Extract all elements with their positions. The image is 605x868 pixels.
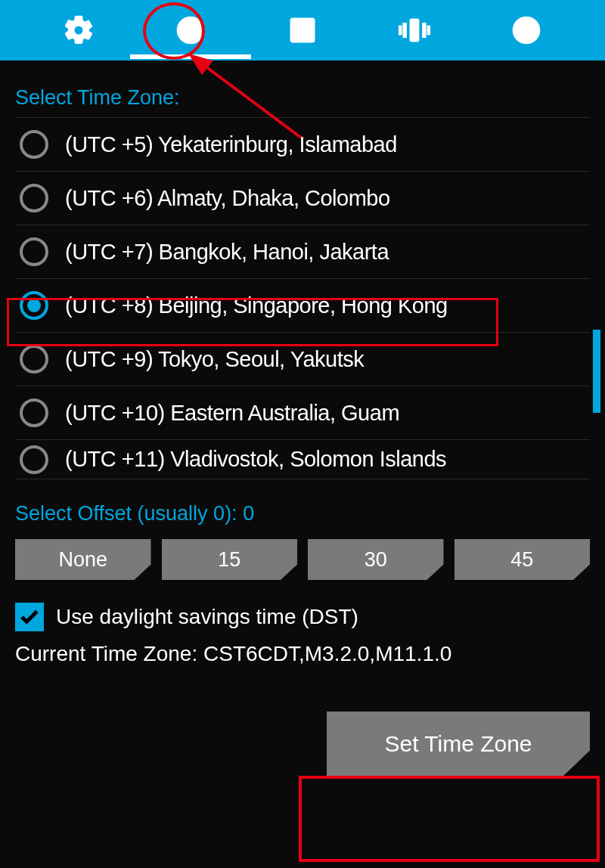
checkmark-icon (18, 606, 41, 628)
timezone-option[interactable]: (UTC +10) Eastern Australia, Guam (15, 386, 590, 440)
select-timezone-label: Select Time Zone: (15, 60, 590, 118)
timezone-label: (UTC +9) Tokyo, Seoul, Yakutsk (65, 347, 364, 372)
content-area: Select Time Zone: (UTC +5) Yekaterinburg… (0, 60, 605, 868)
offset-15-button[interactable]: 15 (162, 539, 298, 580)
timezone-list[interactable]: (UTC +5) Yekaterinburg, Islamabad (UTC +… (15, 118, 590, 479)
svg-rect-3 (403, 23, 406, 37)
timezone-label: (UTC +6) Almaty, Dhaka, Colombo (65, 186, 390, 211)
radio-selected-icon (20, 291, 48, 320)
tab-display[interactable] (280, 4, 325, 57)
gear-icon (62, 14, 95, 47)
brightness-icon (286, 14, 319, 47)
dst-checkbox[interactable] (15, 603, 44, 631)
offset-none-button[interactable]: None (15, 539, 151, 580)
timezone-label: (UTC +11) Vladivostok, Solomon Islands (65, 447, 446, 472)
radio-icon (20, 398, 48, 427)
timezone-option[interactable]: (UTC +9) Tokyo, Seoul, Yakutsk (15, 333, 590, 386)
svg-rect-6 (427, 26, 430, 35)
scrollbar[interactable] (593, 330, 600, 413)
timezone-label: (UTC +5) Yekaterinburg, Islamabad (65, 132, 397, 157)
timezone-label: (UTC +8) Beijing, Singapore, Hong Kong (65, 293, 448, 318)
timezone-option[interactable]: (UTC +11) Vladivostok, Solomon Islands (15, 440, 590, 479)
globe-icon (510, 14, 543, 47)
timezone-option-selected[interactable]: (UTC +8) Beijing, Singapore, Hong Kong (15, 279, 590, 333)
tab-vibration[interactable] (392, 4, 437, 57)
timezone-label: (UTC +10) Eastern Australia, Guam (65, 401, 399, 426)
tab-network[interactable] (504, 4, 549, 57)
timezone-option[interactable]: (UTC +5) Yekaterinburg, Islamabad (15, 118, 590, 172)
svg-rect-5 (399, 26, 402, 35)
clock-icon (174, 14, 207, 47)
svg-rect-4 (423, 23, 426, 37)
current-timezone: Current Time Zone: CST6CDT,M3.2.0,M11.1.… (15, 642, 590, 711)
radio-icon (20, 184, 48, 212)
offset-buttons: None 15 30 45 (15, 539, 590, 580)
radio-icon (20, 445, 48, 474)
svg-rect-2 (411, 19, 419, 41)
dst-label: Use daylight savings time (DST) (56, 605, 358, 629)
radio-icon (20, 237, 48, 266)
tab-time[interactable] (168, 4, 213, 57)
select-offset-label: Select Offset (usually 0): 0 (15, 479, 590, 539)
timezone-option[interactable]: (UTC +6) Almaty, Dhaka, Colombo (15, 172, 590, 225)
timezone-option[interactable]: (UTC +7) Bangkok, Hanoi, Jakarta (15, 225, 590, 279)
offset-45-button[interactable]: 45 (455, 539, 591, 580)
tab-settings[interactable] (56, 4, 101, 57)
timezone-label: (UTC +7) Bangkok, Hanoi, Jakarta (65, 240, 389, 265)
vibration-icon (398, 14, 431, 47)
radio-icon (20, 130, 48, 159)
radio-icon (20, 345, 48, 374)
offset-30-button[interactable]: 30 (308, 539, 444, 580)
tab-bar (0, 0, 605, 60)
dst-row: Use daylight savings time (DST) (15, 580, 590, 642)
set-timezone-button[interactable]: Set Time Zone (327, 711, 590, 777)
